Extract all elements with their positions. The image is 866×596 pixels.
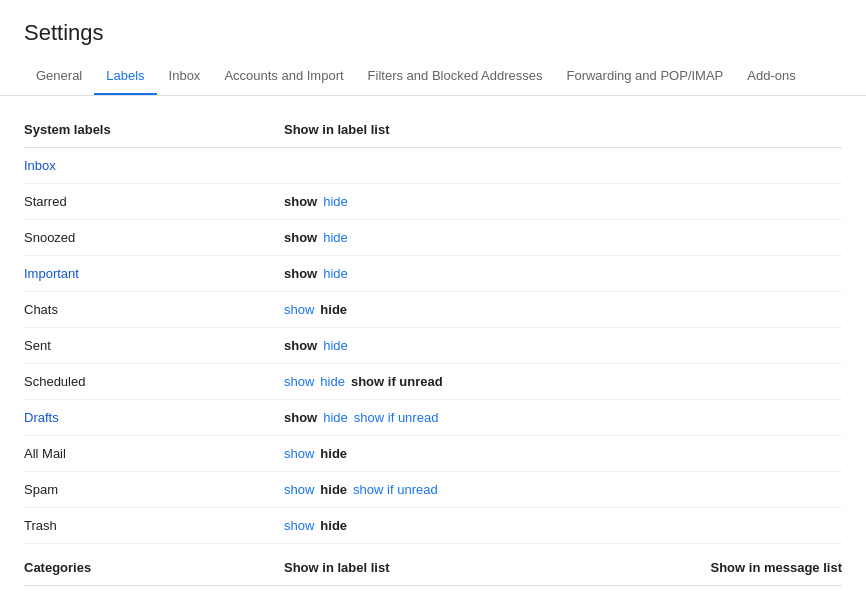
snoozed-hide[interactable]: hide xyxy=(323,230,348,245)
tab-forwarding[interactable]: Forwarding and POP/IMAP xyxy=(554,58,735,96)
categories-header: Categories Show in label list Show in me… xyxy=(24,544,842,586)
spam-hide[interactable]: hide xyxy=(320,482,347,497)
chats-actions: show hide xyxy=(284,302,563,317)
label-row-allmail: All Mail show hide xyxy=(24,436,842,472)
important-hide[interactable]: hide xyxy=(323,266,348,281)
settings-page: Settings General Labels Inbox Accounts a… xyxy=(0,0,866,596)
label-row-snoozed: Snoozed show hide xyxy=(24,220,842,256)
label-row-chats: Chats show hide xyxy=(24,292,842,328)
important-actions: show hide xyxy=(284,266,563,281)
scheduled-show-if-unread[interactable]: show if unread xyxy=(351,374,443,389)
drafts-actions: show hide show if unread xyxy=(284,410,563,425)
label-row-sent: Sent show hide xyxy=(24,328,842,364)
label-name-spam: Spam xyxy=(24,482,284,497)
spam-actions: show hide show if unread xyxy=(284,482,563,497)
spam-show[interactable]: show xyxy=(284,482,314,497)
trash-actions: show hide xyxy=(284,518,563,533)
starred-actions: show hide xyxy=(284,194,563,209)
label-name-sent: Sent xyxy=(24,338,284,353)
sent-show[interactable]: show xyxy=(284,338,317,353)
trash-hide[interactable]: hide xyxy=(320,518,347,533)
chats-hide[interactable]: hide xyxy=(320,302,347,317)
starred-show[interactable]: show xyxy=(284,194,317,209)
categories-col1: Show in label list xyxy=(284,560,563,575)
tab-labels[interactable]: Labels xyxy=(94,58,156,96)
label-row-important: Important show hide xyxy=(24,256,842,292)
col-header-2 xyxy=(563,122,842,137)
drafts-show[interactable]: show xyxy=(284,410,317,425)
label-row-scheduled: Scheduled show hide show if unread xyxy=(24,364,842,400)
label-row-drafts: Drafts show hide show if unread xyxy=(24,400,842,436)
label-row-starred: Starred show hide xyxy=(24,184,842,220)
label-name-scheduled: Scheduled xyxy=(24,374,284,389)
allmail-actions: show hide xyxy=(284,446,563,461)
system-labels-title: System labels xyxy=(24,122,284,137)
trash-show[interactable]: show xyxy=(284,518,314,533)
drafts-show-if-unread[interactable]: show if unread xyxy=(354,410,439,425)
starred-hide[interactable]: hide xyxy=(323,194,348,209)
label-row-spam: Spam show hide show if unread xyxy=(24,472,842,508)
label-name-chats: Chats xyxy=(24,302,284,317)
label-name-allmail: All Mail xyxy=(24,446,284,461)
snoozed-actions: show hide xyxy=(284,230,563,245)
show-in-label-list-header: Show in label list xyxy=(284,122,563,137)
tab-accounts[interactable]: Accounts and Import xyxy=(212,58,355,96)
spam-show-if-unread[interactable]: show if unread xyxy=(353,482,438,497)
settings-content: System labels Show in label list Inbox S… xyxy=(0,96,866,596)
label-row-inbox: Inbox xyxy=(24,148,842,184)
sent-hide[interactable]: hide xyxy=(323,338,348,353)
scheduled-actions: show hide show if unread xyxy=(284,374,563,389)
settings-tabs: General Labels Inbox Accounts and Import… xyxy=(0,58,866,96)
label-row-categories: Categories show hide xyxy=(24,586,842,596)
label-name-drafts[interactable]: Drafts xyxy=(24,410,284,425)
categories-title: Categories xyxy=(24,560,284,575)
page-title: Settings xyxy=(0,0,866,58)
label-name-important[interactable]: Important xyxy=(24,266,284,281)
tab-addons[interactable]: Add-ons xyxy=(735,58,807,96)
tab-filters[interactable]: Filters and Blocked Addresses xyxy=(356,58,555,96)
scheduled-show[interactable]: show xyxy=(284,374,314,389)
allmail-show[interactable]: show xyxy=(284,446,314,461)
sent-actions: show hide xyxy=(284,338,563,353)
allmail-hide[interactable]: hide xyxy=(320,446,347,461)
label-name-inbox[interactable]: Inbox xyxy=(24,158,284,173)
snoozed-show[interactable]: show xyxy=(284,230,317,245)
tab-inbox[interactable]: Inbox xyxy=(157,58,213,96)
drafts-hide[interactable]: hide xyxy=(323,410,348,425)
label-row-trash: Trash show hide xyxy=(24,508,842,544)
label-name-starred: Starred xyxy=(24,194,284,209)
categories-col2: Show in message list xyxy=(563,560,842,575)
scheduled-hide[interactable]: hide xyxy=(320,374,345,389)
tab-general[interactable]: General xyxy=(24,58,94,96)
label-name-snoozed: Snoozed xyxy=(24,230,284,245)
system-labels-header: System labels Show in label list xyxy=(24,116,842,148)
label-name-trash: Trash xyxy=(24,518,284,533)
important-show[interactable]: show xyxy=(284,266,317,281)
chats-show[interactable]: show xyxy=(284,302,314,317)
